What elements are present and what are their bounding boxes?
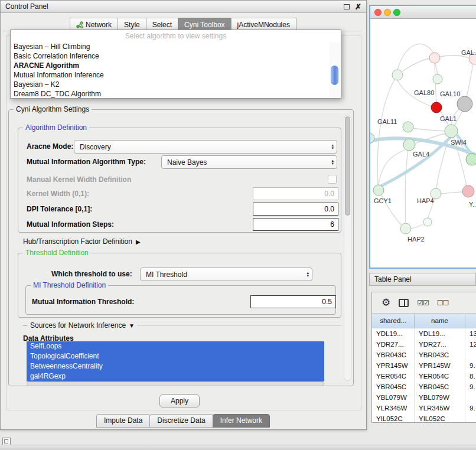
mi-threshold-input[interactable] bbox=[250, 295, 336, 308]
tab-label: Style bbox=[124, 21, 140, 29]
dropdown-item[interactable]: Dream8 DC_TDC Algorithm bbox=[11, 89, 341, 99]
table-row[interactable]: YIL052C YIL052C bbox=[372, 413, 476, 423]
node-label[interactable]: GAL80 bbox=[414, 89, 434, 96]
aracne-mode-select[interactable]: Discovery ▴▾ bbox=[74, 140, 337, 154]
node-label[interactable]: GAL4 bbox=[413, 151, 429, 158]
table-row[interactable]: YER054C YER054C 8. bbox=[372, 371, 476, 381]
node-label[interactable]: Y... bbox=[469, 201, 476, 208]
table-panel-titlebar: Table Panel bbox=[369, 273, 476, 286]
attributes-horizontal-scrollbar[interactable] bbox=[27, 381, 324, 386]
node-gray bbox=[457, 96, 472, 112]
cell: YBR043C bbox=[415, 350, 465, 360]
table-row[interactable]: YDL19... YDL19... 13 bbox=[372, 328, 476, 339]
tab-discretize-data[interactable]: Discretize Data bbox=[149, 414, 213, 428]
node-label[interactable]: GAL1 bbox=[440, 115, 457, 122]
node bbox=[392, 70, 403, 80]
combo-stepper-icon: ▴▾ bbox=[331, 144, 334, 149]
node bbox=[403, 139, 415, 151]
dropdown-item-selected[interactable]: ARACNE Algorithm bbox=[11, 61, 341, 70]
node-label[interactable]: HAP2 bbox=[407, 236, 425, 243]
cell: 9. bbox=[465, 403, 476, 413]
cell: YIL052C bbox=[372, 413, 415, 423]
float-window-icon[interactable] bbox=[344, 4, 350, 9]
dropdown-item[interactable]: Bayesian – K2 bbox=[11, 80, 341, 89]
cell: YBR045C bbox=[372, 381, 415, 392]
apply-button[interactable]: Apply bbox=[159, 394, 200, 407]
manual-kernel-width-checkbox[interactable] bbox=[328, 175, 337, 184]
table-row[interactable]: YLR345W YLR345W 9. bbox=[372, 403, 476, 413]
table-row[interactable]: YPR145W YPR145W 9. bbox=[372, 360, 476, 371]
which-threshold-select[interactable]: MI Threshold ▴▾ bbox=[140, 268, 312, 281]
data-attributes-list: SelfLoops TopologicalCoefficient Between… bbox=[27, 341, 324, 381]
dpi-tolerance-input[interactable] bbox=[253, 203, 338, 216]
algorithm-dropdown-popup: Select algorithm to view settings Bayesi… bbox=[10, 30, 341, 99]
node-label[interactable]: GAL10 bbox=[440, 90, 460, 97]
list-item[interactable]: TopologicalCoefficient bbox=[27, 351, 324, 361]
cyni-bottom-tabbar: Impute Data Discretize Data Infer Networ… bbox=[1, 414, 366, 428]
node-label[interactable]: GAL11 bbox=[377, 118, 397, 125]
divider bbox=[23, 325, 27, 326]
deselect-all-icon[interactable]: ☐☐ bbox=[437, 299, 449, 307]
settings-scrollbar-thumb[interactable] bbox=[345, 116, 350, 216]
table-row[interactable]: YDR27... YDR27... 12 bbox=[372, 339, 476, 350]
zoom-traffic-light-icon[interactable] bbox=[393, 9, 400, 16]
cell bbox=[465, 413, 476, 423]
dropdown-item[interactable]: Mutual Information Inference bbox=[11, 70, 341, 80]
column-header[interactable]: shared... bbox=[372, 314, 415, 328]
table-row[interactable]: YBR045C YBR045C 9. bbox=[372, 381, 476, 392]
mi-algorithm-type-select[interactable]: Naive Bayes ▴▾ bbox=[161, 155, 337, 169]
mi-steps-label: Mutual Information Steps: bbox=[27, 220, 114, 229]
cell: YBR043C bbox=[372, 350, 415, 360]
which-threshold-label: Which threshold to use: bbox=[51, 270, 132, 278]
gear-icon[interactable]: ⚙ bbox=[382, 298, 390, 308]
list-item[interactable]: gal4RGexp bbox=[27, 371, 324, 381]
column-header[interactable] bbox=[465, 314, 476, 328]
list-item[interactable]: BetweennessCentrality bbox=[27, 361, 324, 371]
dropdown-scrollbar-thumb[interactable] bbox=[331, 66, 338, 85]
list-item[interactable]: SelfLoops bbox=[27, 341, 324, 351]
mi-threshold-label: Mutual Information Threshold: bbox=[32, 298, 134, 306]
network-canvas[interactable]: GAL... GAL80 GAL10 GAL11 GAL1 SWI4 GAL4 … bbox=[370, 19, 476, 268]
node bbox=[433, 74, 442, 84]
node bbox=[373, 185, 384, 195]
node-label[interactable]: GCY1 bbox=[374, 197, 392, 204]
node-red bbox=[431, 102, 442, 113]
column-header[interactable]: name bbox=[415, 314, 465, 328]
cell: 12 bbox=[465, 339, 476, 350]
expand-right-icon[interactable]: ▶ bbox=[136, 239, 141, 245]
settings-scrollbar[interactable] bbox=[344, 115, 351, 381]
manual-kernel-width-label: Manual Kernel Width Definition bbox=[27, 175, 131, 184]
dropdown-scrollbar[interactable] bbox=[330, 42, 340, 97]
hub-transcription-factor-section[interactable]: Hub/Transcription Factor Definition ▶ bbox=[23, 237, 141, 246]
expand-down-icon[interactable]: ▼ bbox=[129, 322, 135, 329]
tab-impute-data[interactable]: Impute Data bbox=[96, 414, 150, 428]
close-icon[interactable]: ✗ bbox=[355, 3, 361, 11]
tab-label: Cyni Toolbox bbox=[184, 21, 224, 29]
hub-transcription-factor-label: Hub/Transcription Factor Definition bbox=[23, 237, 132, 246]
dropdown-item[interactable]: Basic Correlation Inference bbox=[11, 51, 341, 61]
table-row[interactable]: YBR043C YBR043C bbox=[372, 350, 476, 360]
close-traffic-light-icon[interactable] bbox=[374, 9, 382, 16]
section-title: Algorithm Definition bbox=[23, 123, 89, 132]
cell: YER054C bbox=[415, 371, 465, 381]
select-all-icon[interactable]: ☑☑ bbox=[417, 299, 429, 307]
columns-icon[interactable] bbox=[399, 299, 409, 307]
node-label[interactable]: HAP4 bbox=[417, 197, 434, 204]
kernel-width-input[interactable] bbox=[253, 187, 338, 200]
cell: YDR27... bbox=[372, 339, 415, 350]
node-green bbox=[466, 154, 476, 165]
table-row[interactable]: YBL079W YBL079W bbox=[372, 392, 476, 403]
tab-label: jActiveMNodules bbox=[237, 21, 290, 29]
mi-algorithm-type-label: Mutual Information Algorithm Type: bbox=[27, 158, 146, 166]
node-label[interactable]: SWI4 bbox=[451, 139, 467, 146]
dropdown-item[interactable]: Bayesian – Hill Climbing bbox=[11, 42, 341, 51]
minimize-traffic-light-icon[interactable] bbox=[384, 9, 391, 16]
mi-steps-input[interactable] bbox=[253, 218, 338, 231]
tab-infer-network[interactable]: Infer Network bbox=[213, 414, 270, 428]
sources-section-header[interactable]: Sources for Network Inference ▼ bbox=[23, 321, 342, 330]
table-toolbar: ⚙ ☑☑ ☐☐ bbox=[372, 292, 476, 314]
node-label[interactable]: GAL... bbox=[461, 49, 476, 56]
control-panel-titlebar: Control Panel ✗ bbox=[1, 1, 366, 13]
selected-value: Naive Bayes bbox=[167, 158, 207, 167]
cell: 9. bbox=[465, 360, 476, 371]
